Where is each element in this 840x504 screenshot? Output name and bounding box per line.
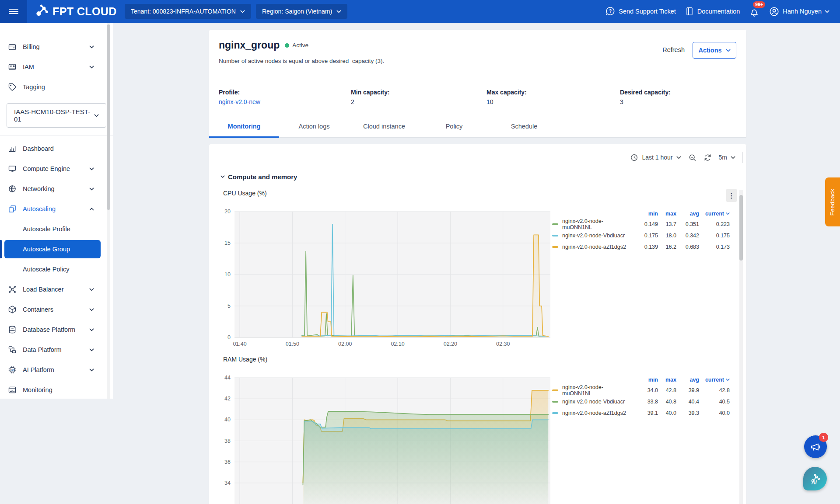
series-name[interactable]: nginx-v2.0-node-muONN1NL [552, 218, 626, 230]
brand-text: FPT CLOUD [52, 5, 117, 18]
sidebar-item-networking[interactable]: Networking [0, 179, 113, 199]
sidebar-item-label: IAM [23, 63, 34, 70]
documentation-link[interactable]: Documentation [685, 7, 740, 16]
sidebar-item-compute-engine[interactable]: Compute Engine [0, 159, 113, 179]
chevron-down-icon [731, 156, 735, 159]
tab-policy[interactable]: Policy [419, 115, 489, 137]
sidebar-item-load-balancer[interactable]: Load Balancer [0, 279, 113, 299]
tab-cloud-instance[interactable]: Cloud instance [349, 115, 419, 137]
region-selector[interactable]: Region: Saigon (Vietnam) [256, 4, 347, 19]
sidebar-item-tagging[interactable]: Tagging [0, 77, 113, 97]
user-avatar-icon [769, 6, 780, 17]
legend-row: nginx-v2.0-node-Vbdiuacr0.17518.00.3420.… [552, 230, 730, 241]
refresh-interval-selector[interactable]: 5m [719, 154, 735, 161]
series-min: 0.139 [626, 244, 658, 250]
announcements-button[interactable]: 1 [804, 435, 827, 458]
legend-header-max[interactable]: max [658, 211, 676, 217]
hamburger-icon [9, 7, 18, 15]
feedback-tab[interactable]: Feedback [825, 177, 840, 226]
announcements-badge: 1 [819, 433, 828, 442]
series-name[interactable]: nginx-v2.0-node-aZI1dgs2 [552, 410, 626, 416]
fpt-ai-assistant-button[interactable]: AI [803, 467, 827, 490]
sidebar-item-database-platform[interactable]: Database Platform [0, 320, 113, 340]
series-color-swatch [552, 412, 558, 414]
series-color-swatch [552, 401, 558, 403]
chevron-down-icon [89, 308, 94, 311]
monitor-wave-icon [8, 386, 17, 394]
feedback-label: Feedback [830, 188, 836, 216]
user-menu[interactable]: Hanh Nguyen [769, 6, 830, 17]
legend-row: nginx-v2.0-node-muONN1NL0.14913.70.3510.… [552, 219, 730, 230]
fpt-cloud-logo[interactable]: FPT CLOUD [33, 0, 117, 23]
data-platform-icon [8, 345, 17, 355]
sidebar-item-autoscale-profile[interactable]: Autoscale Profile [0, 219, 113, 239]
charts-scrollbar-thumb[interactable] [739, 195, 743, 261]
sidebar-item-dashboard[interactable]: Dashboard [0, 139, 113, 159]
sidebar-item-autoscale-policy[interactable]: Autoscale Policy [0, 259, 113, 279]
legend-header-avg[interactable]: avg [676, 211, 699, 217]
sidebar-item-autoscale-group[interactable]: Autoscale Group [0, 239, 113, 259]
sidebar-item-monitoring[interactable]: Monitoring [0, 380, 113, 400]
series-current: 0.223 [699, 221, 730, 227]
sidebar-scrollbar-thumb[interactable] [107, 24, 110, 210]
load-balancer-icon [8, 285, 17, 294]
sidebar-item-data-platform[interactable]: Data Platform [0, 340, 113, 360]
zoom-out-button[interactable] [688, 153, 696, 162]
legend-header-min[interactable]: min [626, 211, 658, 217]
field-label-profile: Profile: [219, 89, 240, 96]
sidebar-item-label: Database Platform [23, 326, 75, 333]
box-icon [8, 305, 17, 314]
tab-monitoring[interactable]: Monitoring [209, 115, 279, 137]
chevron-down-icon [89, 348, 94, 351]
chevron-up-icon [89, 208, 94, 211]
series-max: 40.8 [658, 399, 676, 405]
series-name[interactable]: nginx-v2.0-node-Vbdiuacr [552, 399, 626, 405]
legend-header-avg[interactable]: avg [676, 377, 699, 383]
time-range-label: Last 1 hour [642, 154, 672, 161]
group-header-card: nginx_group Active Number of active node… [209, 30, 746, 137]
sidebar-item-iam[interactable]: IAM [0, 57, 113, 77]
time-range-selector[interactable]: Last 1 hour [630, 153, 681, 162]
series-name[interactable]: nginx-v2.0-node-Vbdiuacr [552, 233, 626, 239]
series-min: 33.8 [626, 399, 658, 405]
notifications-button[interactable]: 99+ [749, 5, 760, 18]
sidebar-scrollbar [107, 23, 110, 399]
svg-text:10: 10 [224, 271, 231, 278]
sidebar-item-label: Monitoring [23, 386, 52, 393]
sidebar-item-billing[interactable]: Billing [0, 37, 113, 57]
tab-schedule[interactable]: Schedule [489, 115, 559, 137]
tab-action-logs[interactable]: Action logs [279, 115, 349, 137]
legend-header-current[interactable]: current [699, 211, 730, 217]
hamburger-menu-button[interactable] [0, 0, 27, 23]
chevron-down-icon [89, 45, 94, 49]
series-name[interactable]: nginx-v2.0-node-aZI1dgs2 [552, 244, 626, 250]
send-support-ticket-link[interactable]: ? Send Support Ticket [605, 6, 676, 17]
legend-header-max[interactable]: max [658, 377, 676, 383]
sidebar-item-ai-platform[interactable]: AIAI Platform [0, 360, 113, 380]
tenant-selector[interactable]: Tenant: 000823-INFRA-AUTOMATION [125, 4, 251, 19]
project-name: IAAS-HCM10-OSP-TEST-01 [14, 108, 94, 123]
svg-text:34: 34 [224, 480, 231, 486]
section-title: Compute and memory [228, 173, 297, 181]
svg-text:01:40: 01:40 [233, 341, 246, 347]
refresh-button[interactable]: Refresh [662, 46, 685, 53]
svg-text:01:50: 01:50 [286, 341, 299, 347]
sidebar-item-autoscaling[interactable]: Autoscaling [0, 199, 113, 219]
sidebar-item-containers[interactable]: Containers [0, 299, 113, 320]
legend-header-min[interactable]: min [626, 377, 658, 383]
sidebar-item-label: Load Balancer [23, 286, 64, 293]
series-name[interactable]: nginx-v2.0-node-muONN1NL [552, 384, 626, 396]
series-max: 13.7 [658, 221, 676, 227]
actions-button[interactable]: Actions [693, 42, 736, 59]
series-current: 40.0 [699, 410, 730, 416]
monitor-icon [8, 164, 17, 174]
legend-row: nginx-v2.0-node-aZI1dgs239.140.039.340.0 [552, 407, 730, 419]
legend-header-current[interactable]: current [699, 377, 730, 383]
project-selector[interactable]: IAAS-HCM10-OSP-TEST-01 [7, 103, 106, 128]
top-navbar: FPT CLOUD Tenant: 000823-INFRA-AUTOMATIO… [0, 0, 840, 23]
field-value-profile[interactable]: nginx-v2.0-new [219, 98, 260, 105]
clock-icon [630, 153, 638, 162]
section-compute-and-memory[interactable]: Compute and memory [220, 173, 297, 181]
tenant-label: Tenant: 000823-INFRA-AUTOMATION [131, 8, 236, 15]
refresh-charts-button[interactable] [704, 153, 712, 162]
